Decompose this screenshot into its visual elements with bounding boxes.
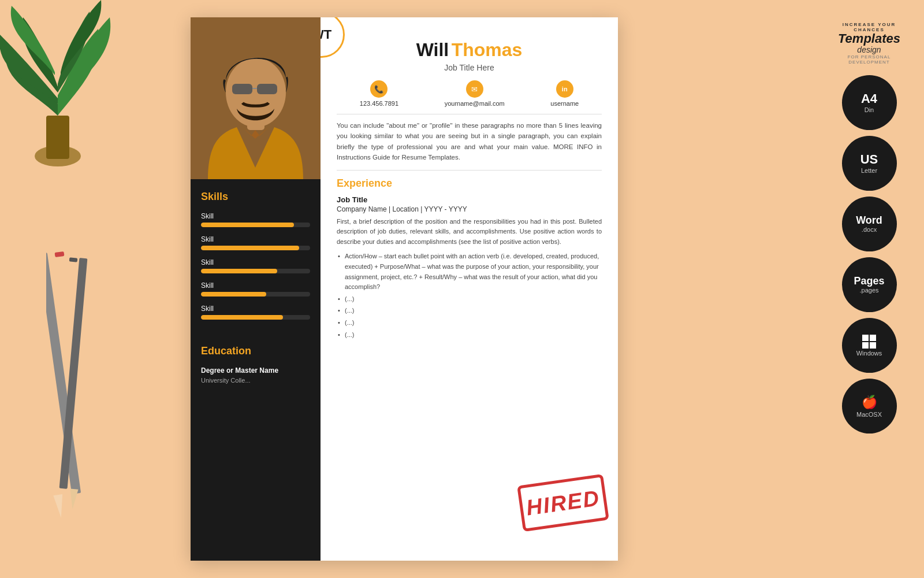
skill-bar-fill-4: [201, 292, 266, 297]
templates-logo: INCREASE YOUR CHANCES Templates design F…: [832, 17, 907, 69]
resume-card: Skills Skill Skill Skill Skill: [191, 17, 618, 561]
bullet-3: (...): [337, 306, 602, 316]
skill-label-5: Skill: [201, 305, 310, 313]
pencil-container: [46, 240, 92, 532]
skill-item-3: Skill: [201, 258, 310, 273]
skills-title: Skills: [201, 191, 310, 203]
hired-stamp: HIRED: [517, 474, 609, 532]
svg-rect-12: [257, 84, 277, 94]
education-degree: Degree or Master Name: [201, 366, 310, 375]
email-text: yourname@mail.com: [445, 100, 505, 107]
svg-rect-1: [46, 116, 69, 159]
badge-a4-sub: Din: [865, 106, 874, 113]
skill-label-3: Skill: [201, 258, 310, 266]
job-title: Job Title Here: [337, 63, 602, 72]
education-university: University Colle...: [201, 377, 310, 384]
linkedin-text: username: [550, 100, 579, 107]
contact-email: ✉ yourname@mail.com: [445, 80, 505, 107]
right-panel: INCREASE YOUR CHANCES Templates design F…: [832, 17, 907, 433]
phone-icon: 📞: [370, 80, 388, 98]
bg-plant: [0, 0, 162, 173]
svg-marker-3: [53, 494, 65, 518]
first-name: Will: [416, 39, 449, 60]
skill-item-5: Skill: [201, 305, 310, 320]
skill-bar-fill-3: [201, 269, 277, 273]
apple-icon: 🍎: [862, 395, 877, 410]
skill-bar-bg-4: [201, 292, 310, 297]
contact-row: 📞 123.456.7891 ✉ yourname@mail.com in us…: [337, 80, 602, 114]
svg-rect-4: [55, 251, 65, 257]
education-title: Education: [201, 345, 310, 357]
skill-bar-bg-2: [201, 246, 310, 250]
bullet-1: Action/How – start each bullet point wit…: [337, 251, 602, 292]
badge-windows-label: Windows: [856, 350, 882, 357]
svg-rect-7: [69, 257, 78, 262]
sidebar-photo: [191, 17, 321, 179]
svg-marker-6: [69, 488, 79, 509]
skill-item-4: Skill: [201, 281, 310, 297]
exp-job-title: Job Title: [337, 195, 602, 204]
badge-a4[interactable]: A4 Din: [842, 75, 897, 130]
sidebar: Skills Skill Skill Skill Skill: [191, 17, 321, 561]
experience-title: Experience: [337, 177, 602, 190]
email-icon: ✉: [466, 80, 483, 98]
skill-bar-fill-5: [201, 315, 283, 320]
sidebar-education-section: Education Degree or Master Name Universi…: [191, 339, 321, 390]
sidebar-skills-section: Skills Skill Skill Skill Skill: [191, 179, 321, 339]
about-text: You can include "about me" or "profile" …: [337, 120, 602, 171]
bullet-4: (...): [337, 318, 602, 328]
skill-bar-fill-1: [201, 223, 294, 227]
badge-macosx[interactable]: 🍎 MacOSX: [842, 379, 897, 433]
bullet-5: (...): [337, 330, 602, 340]
badge-us[interactable]: US Letter: [842, 136, 897, 191]
last-name: Thomas: [452, 39, 523, 60]
logo-brand: Templates: [838, 32, 900, 45]
skill-item-2: Skill: [201, 235, 310, 250]
skill-label-4: Skill: [201, 281, 310, 290]
badge-pages-sub: .pages: [859, 287, 878, 294]
contact-linkedin: in username: [550, 80, 579, 107]
badge-pages[interactable]: Pages .pages: [842, 257, 897, 312]
skill-bar-bg-1: [201, 223, 310, 227]
badge-word-main: Word: [856, 215, 882, 227]
logo-bottom: FOR PERSONAL DEVELOPMENT: [832, 54, 907, 65]
badge-word-sub: .docx: [862, 226, 877, 233]
skill-bar-fill-2: [201, 246, 299, 250]
badge-us-main: US: [860, 153, 878, 166]
badge-windows[interactable]: Windows: [842, 318, 897, 373]
contact-phone: 📞 123.456.7891: [360, 80, 398, 107]
exp-description: First, a brief description of the positi…: [337, 217, 602, 247]
badge-a4-main: A4: [861, 92, 877, 106]
badge-word[interactable]: Word .docx: [842, 197, 897, 251]
skill-label-1: Skill: [201, 212, 310, 220]
windows-icon: [862, 335, 876, 349]
svg-rect-11: [232, 84, 252, 94]
skill-bar-bg-3: [201, 269, 310, 273]
badge-us-sub: Letter: [861, 167, 877, 174]
badge-macosx-label: MacOSX: [856, 411, 882, 418]
main-content: WT Will Thomas Job Title Here 📞 123.456.…: [321, 17, 618, 561]
skill-item-1: Skill: [201, 212, 310, 227]
skill-label-2: Skill: [201, 235, 310, 243]
experience-section: Experience Job Title Company Name | Loca…: [337, 177, 602, 340]
exp-company: Company Name | Location | YYYY - YYYY: [337, 205, 602, 213]
bullet-2: (...): [337, 294, 602, 305]
logo-sub: design: [857, 45, 881, 54]
phone-text: 123.456.7891: [360, 100, 398, 107]
linkedin-icon: in: [556, 80, 573, 98]
skill-bar-bg-5: [201, 315, 310, 320]
hired-text: HIRED: [525, 486, 602, 520]
badge-pages-main: Pages: [854, 276, 884, 287]
name-row: Will Thomas: [337, 39, 602, 61]
